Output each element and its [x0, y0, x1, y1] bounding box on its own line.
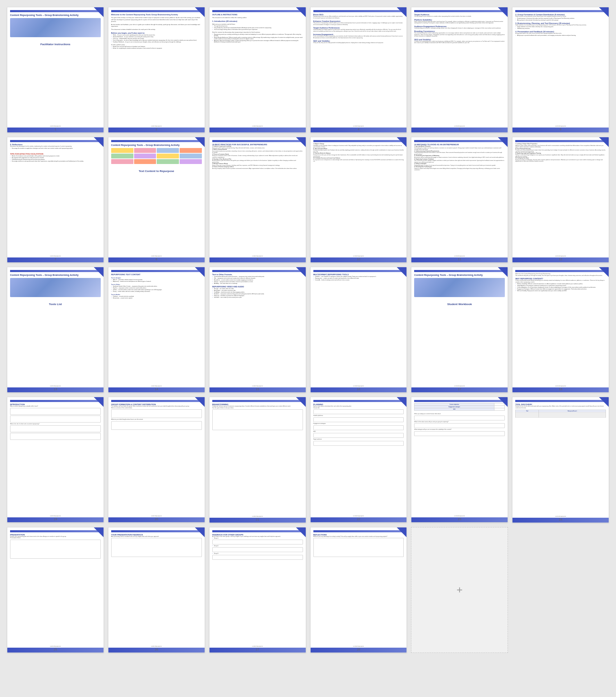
page-15[interactable]: Text to Other Formats ContentsGenie AI S… — [209, 267, 306, 393]
page-2-title: Welcome to the Content Repurposing Tools… — [111, 14, 202, 16]
page-5-body2: Each content format has particular when … — [414, 21, 505, 24]
page-22[interactable]: PLANNING Narrow down ideas to develop fu… — [310, 397, 407, 523]
page-5[interactable]: Target Audience: The key things for your… — [411, 7, 508, 133]
page-23[interactable]: Content adaptation Engagement strategies… — [411, 397, 508, 523]
page-20-input2[interactable] — [111, 421, 202, 430]
page-23-input3[interactable] — [414, 431, 505, 436]
page-18-body: This workbook will guide you through the… — [515, 275, 606, 277]
page-7[interactable]: 5. Reflections Summarize key takeaways f… — [7, 137, 104, 263]
page-22-target-input[interactable] — [313, 441, 404, 446]
page-7-logo: contentrepurpose — [50, 255, 61, 257]
page-4[interactable]: Boost SEO: Repurposing content across di… — [310, 7, 407, 133]
page-14[interactable]: REPURPOSING TEXT CONTENT Text to Images:… — [108, 267, 205, 393]
page-27-input1[interactable] — [212, 540, 303, 544]
page-18-adaptation: Content Adaptation: It's not just about … — [515, 287, 606, 288]
page-23-input1[interactable] — [414, 416, 505, 420]
page-3-list-6: Maximize Value from Existing Content: Co… — [212, 40, 303, 43]
page-21-ideas-box[interactable] — [212, 409, 303, 430]
page-12-item9: 9. Neglecting Legal and Regulatory Plann… — [515, 153, 606, 157]
page-9-item3: 3. Focus on Customer NeedsKeep your cust… — [212, 154, 303, 158]
page-21[interactable]: BRAINSTORMING Collaborate with your grou… — [209, 397, 306, 523]
page-9[interactable]: 10 BEST PRACTICES FOR SUCCESSFUL ENTREPR… — [209, 137, 306, 263]
page-19-input1[interactable] — [10, 408, 101, 415]
page-19-q2: What is the role of online tools in cont… — [10, 423, 101, 425]
page-27-item1: Group 1: — [212, 538, 303, 539]
page-9-item6: 6. Foster a Positive Company CultureA st… — [212, 166, 303, 169]
page-3-title: OUTLINE & INSTRUCTIONS — [212, 14, 303, 16]
page-18[interactable]: Welcome to the Content Repurposing Tools… — [512, 267, 609, 393]
add-page-button[interactable]: + — [411, 527, 508, 653]
page-6-body3: Bring groups back to the main room to pr… — [515, 33, 606, 34]
page-24-table: Tool How you will use it — [515, 410, 606, 418]
page-27[interactable]: FEEDBACK FOR OTHER GROUPS As you listen … — [209, 527, 306, 653]
page-2-list-3: Tools List – independently, they can use… — [111, 38, 202, 39]
page-7-list-1: Encourage the students to apply these st… — [10, 148, 101, 149]
page-19-input3[interactable] — [10, 425, 101, 432]
page-17[interactable]: Content Repurposing Tools – Group Brains… — [411, 267, 508, 393]
page-22-title-input[interactable] — [313, 409, 404, 414]
page-5-body5: Consider how repurposing your content ca… — [414, 41, 505, 44]
page-10-item9: 9. Prioritize Work-Life BalanceEntrepren… — [313, 153, 404, 157]
plus-icon: + — [457, 584, 463, 596]
page-3-list-2: They ideally they should have downloaded… — [212, 27, 303, 28]
page-10[interactable]: 7. Adapt to ChangeFlexibility is a key s… — [310, 137, 407, 263]
page-22-target: Target audience — [313, 438, 404, 440]
page-27-input3[interactable] — [212, 555, 303, 560]
page-19-input2[interactable] — [10, 416, 101, 423]
page-7-number: 7 — [55, 257, 56, 261]
page-6[interactable]: 2. Group Formation & Content Distributio… — [512, 7, 609, 133]
page-1-title: Content Repurposing Tools – Group Brains… — [10, 14, 101, 17]
page-17-title: Content Repurposing Tools – Group Brains… — [414, 273, 505, 277]
page-18-platform: Platform Suitability: Different content … — [515, 283, 606, 285]
page-28-reflection-input[interactable] — [313, 538, 404, 557]
page-25-number: 25 — [54, 648, 57, 651]
page-15-headliner: Headliner – repurposes audio into blog p… — [212, 293, 303, 295]
page-23-input2[interactable] — [414, 423, 505, 428]
page-2-list-5: Facilitator Workbook – for you to use to… — [111, 41, 202, 43]
page-1-logo: contentrepurpose — [50, 125, 61, 127]
page-6-logo: contentrepurpose — [555, 125, 566, 127]
page-24-logo: contentrepurpose — [555, 515, 566, 517]
page-7-tips-title: TIPS FOR EFFECTIVE FACILITATION — [10, 153, 101, 155]
page-2-body: The goal of this activity is to help you… — [111, 17, 202, 23]
page-1-number: 1 — [55, 128, 56, 131]
page-11[interactable]: 10 MISTAKES TO AVOID AS AN ENTREPRENEUR … — [411, 137, 508, 263]
page-7-tip-1: Monitor the breakout rooms periodically … — [10, 155, 101, 157]
page-20-input1[interactable] — [111, 409, 202, 418]
page-14-images: Text to Images: — [111, 277, 202, 279]
page-15-papercup: Papercup – translates a podcast into dif… — [212, 295, 303, 296]
page-1[interactable]: Content Repurposing Tools – Group Brains… — [7, 7, 104, 133]
page-26[interactable]: YOUR PRESENTATION FEEDBACK After present… — [108, 527, 205, 653]
page-8-title: Content Repurposing Tools – Group Brains… — [111, 144, 202, 147]
page-25-notes-input[interactable] — [10, 540, 101, 559]
page-3-list-1: The agenda and process — [212, 25, 303, 27]
page-25[interactable]: PRESENTATION Prepare your repurposing pl… — [7, 527, 104, 653]
page-22-platforms-input[interactable] — [313, 417, 404, 422]
page-19[interactable]: INTRODUCTION Why is content repurposing … — [7, 397, 104, 523]
page-22-seo-input[interactable] — [313, 433, 404, 438]
page-3[interactable]: OUTLINE & INSTRUCTIONS This document is … — [209, 7, 306, 133]
page-26-feedback-input[interactable] — [111, 538, 202, 557]
page-17-number: 17 — [458, 387, 461, 391]
page-28[interactable]: REFLECTIONS What are your key takeaways … — [310, 527, 407, 653]
page-10-item10: 10. Celebrate Success and Learn from Fai… — [313, 157, 404, 162]
page-19-input4[interactable] — [10, 433, 101, 440]
page-8[interactable]: Content Repurposing Tools – Group Brains… — [108, 137, 205, 263]
page-22-engagement-input[interactable] — [313, 425, 404, 430]
page-6-list-3: Guide students to use their data to deve… — [515, 26, 606, 27]
page-13-subtitle: Tools List — [10, 303, 101, 306]
page-5-number: 5 — [459, 128, 460, 131]
page-13[interactable]: Content Repurposing Tools – Group Brains… — [7, 267, 104, 393]
page-27-body: As you listen to the other groups, note … — [212, 536, 303, 538]
page-2[interactable]: Welcome to the Content Repurposing Tools… — [108, 7, 205, 133]
page-11-item1: 1. Ignoring Market ResearchOverlooking t… — [414, 146, 505, 150]
page-16[interactable]: MULTIFORMAT REPURPOSING TOOLS ChatGPT – … — [310, 267, 407, 393]
page-28-number: 28 — [357, 648, 360, 651]
page-8-logo: contentrepurpose — [151, 255, 162, 257]
page-12[interactable]: 7. Lacking a Unique Value PropositionWit… — [512, 137, 609, 263]
page-8-sticky-notes — [111, 148, 202, 164]
page-18-why-body: Content repurposing means taking somethi… — [515, 280, 606, 283]
page-27-input2[interactable] — [212, 547, 303, 552]
page-20[interactable]: GROUP FORMATION & CONTENT DISTRIBUTION T… — [108, 397, 205, 523]
page-24[interactable]: TOOL DISCOVERY Review the list of tools … — [512, 397, 609, 523]
